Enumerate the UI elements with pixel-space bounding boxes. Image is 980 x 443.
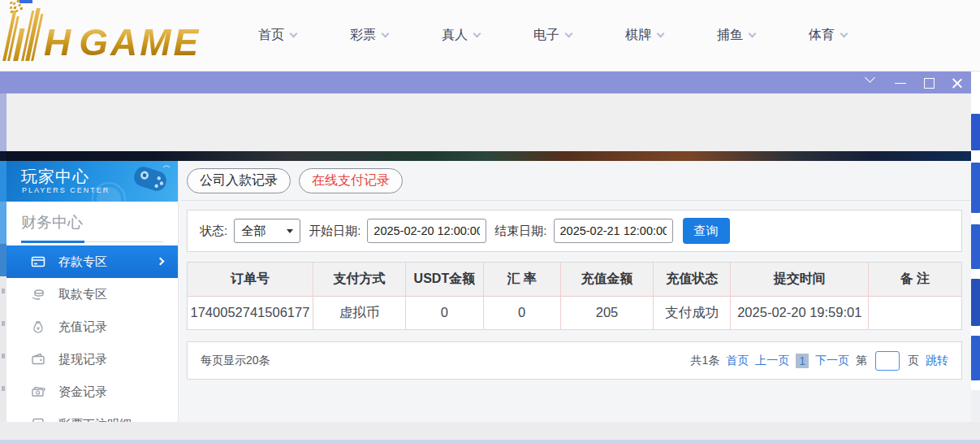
sidebar-menu: 存款专区 取款专区 [6, 245, 178, 422]
main-nav: 首页 彩票 真人 电子 棋牌 捕鱼 [258, 0, 900, 70]
sidebar-subtitle: PLAYERS CENTER [22, 186, 110, 194]
window-collapse-button[interactable] [866, 77, 878, 89]
chevron-down-icon [473, 29, 481, 37]
tab-online-payment-records[interactable]: 在线支付记录 [299, 168, 403, 193]
cell-exchange-rate: 0 [483, 296, 560, 329]
col-submit-time: 提交时间 [731, 263, 869, 296]
decorative-fragment [19, 0, 32, 3]
start-date-label: 开始日期: [309, 224, 360, 239]
hand-money-icon [31, 287, 45, 302]
prev-page-link[interactable]: 上一页 [755, 354, 789, 368]
records-table: 订单号 支付方式 USDT金额 汇 率 充值金额 充值状态 提交时间 备 注 [188, 263, 961, 329]
background-page-right-fragment [971, 72, 980, 422]
window-maximize-button[interactable] [923, 77, 935, 89]
banknote-icon [31, 384, 45, 399]
window-titlebar[interactable] [0, 72, 971, 93]
sidebar-item-withdrawal-records[interactable]: 提现记录 [6, 343, 178, 376]
chevron-down-icon [565, 29, 573, 37]
window-content: 玩家中心 PLAYERS CENTER 财务中心 [0, 161, 971, 422]
nav-item-lottery[interactable]: 彩票 [350, 27, 388, 44]
table-row: 1740052741506177 虚拟币 0 0 205 支付成功 2025-0… [188, 296, 961, 329]
cell-usdt-amount: 0 [406, 296, 483, 329]
chevron-down-icon [657, 29, 665, 37]
window-minimize-button[interactable] [895, 77, 906, 89]
sidebar-section-title: 财务中心 [6, 202, 178, 233]
chevron-down-icon [382, 29, 390, 37]
sidebar-item-withdraw-zone[interactable]: 取款专区 [6, 278, 178, 311]
sidebar-header: 玩家中心 PLAYERS CENTER [6, 161, 178, 202]
chevron-down-icon [749, 29, 757, 37]
current-page-indicator[interactable]: 1 [796, 354, 809, 368]
tab-company-deposit-records[interactable]: 公司入款记录 [187, 168, 291, 193]
col-remark: 备 注 [869, 263, 961, 296]
status-select[interactable]: 全部 [234, 219, 300, 243]
background-page-bottom-edge [0, 440, 980, 443]
jump-page-input[interactable] [875, 351, 900, 371]
sidebar-item-lottery-bet-details[interactable]: 彩票下注明细 [6, 408, 178, 422]
cell-order-id: 1740052741506177 [188, 296, 313, 329]
sidebar-title: 玩家中心 [21, 166, 89, 188]
sidebar: 玩家中心 PLAYERS CENTER 财务中心 [6, 161, 179, 422]
brand-logo[interactable]: HGAME [8, 8, 207, 61]
nav-item-sports[interactable]: 体育 [809, 27, 847, 44]
site-header: HGAME 首页 彩票 真人 电子 棋牌 [0, 0, 980, 72]
page-size-text: 每页显示20条 [201, 354, 270, 368]
pager: 共1条 首页 上一页 1 下一页 第 页 跳转 [690, 351, 948, 371]
logo-bars-icon [2, 8, 46, 61]
cell-payment-method: 虚拟币 [313, 296, 405, 329]
start-date-input[interactable] [367, 219, 486, 243]
pagination-panel: 每页显示20条 共1条 首页 上一页 1 下一页 第 页 跳转 [187, 341, 962, 380]
records-table-panel: 订单号 支付方式 USDT金额 汇 率 充值金额 充值状态 提交时间 备 注 [187, 262, 962, 330]
logo-text: HGAME [44, 24, 207, 61]
table-header-row: 订单号 支付方式 USDT金额 汇 率 充值金额 充值状态 提交时间 备 注 [188, 263, 961, 296]
wallet-icon [31, 352, 45, 367]
banner-strip [0, 151, 971, 161]
cell-recharge-amount: 205 [560, 296, 653, 329]
gamepad-icon [126, 164, 171, 198]
money-bag-icon [31, 319, 45, 334]
select-arrow-icon [287, 229, 293, 233]
col-order-id: 订单号 [188, 263, 313, 296]
window-close-button[interactable] [952, 77, 963, 89]
sidebar-item-deposit-zone[interactable]: 存款专区 [6, 245, 178, 278]
end-date-label: 结束日期: [494, 224, 546, 239]
chevron-down-icon [840, 29, 848, 37]
total-count: 共1条 [690, 354, 719, 368]
col-recharge-status: 充值状态 [654, 263, 731, 296]
col-recharge-amount: 充值金额 [560, 263, 653, 296]
nav-item-chess[interactable]: 棋牌 [625, 27, 663, 44]
background-page-left-fragment [0, 93, 6, 443]
cell-submit-time: 2025-02-20 19:59:01 [731, 296, 869, 329]
status-label: 状态: [200, 224, 227, 239]
jump-suffix-label: 页 [908, 354, 919, 368]
player-center-window: 玩家中心 PLAYERS CENTER 财务中心 [0, 72, 971, 422]
nav-item-slots[interactable]: 电子 [533, 27, 572, 44]
cell-recharge-status: 支付成功 [654, 296, 731, 329]
next-page-link[interactable]: 下一页 [815, 354, 849, 368]
nav-item-live[interactable]: 真人 [442, 27, 480, 44]
nav-item-home[interactable]: 首页 [258, 27, 296, 44]
chevron-down-icon [290, 29, 298, 37]
main-panel: 公司入款记录 在线支付记录 状态: 全部 开始日期: 结束日期: 查询 [180, 161, 970, 422]
deposit-card-icon [31, 254, 45, 269]
chevron-down-icon [865, 72, 875, 83]
chevron-right-icon [157, 258, 165, 266]
sidebar-item-recharge-records[interactable]: 充值记录 [6, 311, 178, 343]
jump-button[interactable]: 跳转 [926, 354, 948, 368]
col-exchange-rate: 汇 率 [483, 263, 560, 296]
page: HGAME 首页 彩票 真人 电子 棋牌 [0, 0, 980, 443]
tabs-row: 公司入款记录 在线支付记录 [180, 161, 970, 201]
sidebar-item-funds-records[interactable]: 资金记录 [6, 376, 178, 408]
section-divider [21, 241, 163, 242]
jump-prefix-label: 第 [856, 354, 867, 368]
nav-item-fishing[interactable]: 捕鱼 [717, 27, 755, 44]
query-button[interactable]: 查询 [683, 218, 730, 244]
end-date-input[interactable] [554, 219, 673, 243]
window-blank-area [0, 93, 971, 151]
col-usdt-amount: USDT金额 [406, 263, 483, 296]
col-payment-method: 支付方式 [313, 263, 405, 296]
first-page-link[interactable]: 首页 [726, 354, 749, 368]
cell-remark [869, 296, 961, 329]
filter-panel: 状态: 全部 开始日期: 结束日期: 查询 [187, 210, 962, 252]
